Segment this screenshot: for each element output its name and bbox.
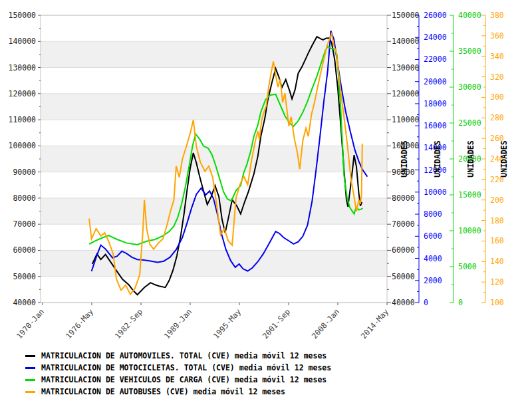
- y-axis-label-carga: 40000: [458, 11, 481, 20]
- legend-swatch-motocicletas: [25, 367, 35, 369]
- x-axis-tick-label: 2008-Jan: [310, 307, 341, 341]
- y-axis-label-motocicletas: 20000: [424, 77, 447, 86]
- y-axis-label-autobuses: 160: [490, 236, 504, 245]
- legend-label-motocicletas: MATRICULACION DE MOTOCICLETAS. TOTAL (CV…: [41, 363, 331, 372]
- y-axis-label-automoviles: 60000: [392, 245, 415, 255]
- y-axis-label-automoviles: 50000: [392, 272, 415, 281]
- y-axis-label-autobuses: 200: [490, 196, 504, 205]
- x-axis-tick-label: 1982-Sep: [113, 307, 145, 341]
- legend-swatch-carga: [25, 379, 35, 381]
- x-axis-tick-label: 2014-May: [359, 307, 391, 341]
- y-axis-label-autobuses: 180: [490, 216, 504, 225]
- y-axis-left-label: 120000: [8, 89, 36, 98]
- y-axis-label-automoviles: 120000: [392, 89, 420, 98]
- y-axis-left-label: 130000: [8, 63, 36, 72]
- legend-label-autobuses: MATRICULACION DE AUTOBUSES (CVE) media m…: [41, 387, 285, 396]
- x-axis-tick-label: 1970-Jan: [15, 307, 46, 341]
- y-axis-label-autobuses: 380: [490, 11, 504, 20]
- y-axis-label-automoviles: 70000: [392, 219, 415, 229]
- legend-swatch-automoviles: [25, 355, 35, 357]
- y-axis-label-autobuses: 140: [490, 257, 504, 266]
- y-axis-label-motocicletas: 18000: [424, 99, 447, 108]
- chart-canvas: 1500001400001300001200001100001000009000…: [0, 0, 532, 399]
- y-axis-label-automoviles: 140000: [392, 37, 420, 46]
- y-axis-label-autobuses: 340: [490, 52, 504, 61]
- y-axis-left-label: 40000: [13, 298, 36, 307]
- y-axis-left-label: 60000: [13, 245, 36, 255]
- y-axis-left-label: 70000: [13, 219, 36, 229]
- y-axis-label-motocicletas: 22000: [424, 55, 447, 64]
- y-axis-label-autobuses: 100: [490, 298, 504, 307]
- y-axis-label-autobuses: 120: [490, 277, 504, 287]
- y-axis-label-motocicletas: 16000: [424, 121, 447, 130]
- x-axis-tick-label: 2001-Sep: [261, 307, 293, 341]
- y-axis-left-label: 100000: [8, 141, 36, 150]
- x-axis-tick-label: 1995-May: [211, 307, 243, 341]
- y-axis-label-autobuses: 300: [490, 92, 504, 102]
- y-axis-label-carga: 35000: [458, 47, 481, 56]
- unidades-label-autobuses: UNIDADES: [499, 140, 509, 177]
- y-axis-label-motocicletas: 24000: [424, 33, 447, 42]
- legend-item: MATRICULACION DE VEHICULOS DE CARGA (CVE…: [25, 374, 331, 386]
- y-axis-label-carga: 25000: [458, 118, 481, 128]
- legend-label-carga: MATRICULACION DE VEHICULOS DE CARGA (CVE…: [41, 375, 327, 384]
- y-axis-label-autobuses: 320: [490, 72, 504, 82]
- unidades-label-motocicletas: UNIDADES: [433, 140, 442, 177]
- y-axis-left-label: 90000: [13, 168, 36, 177]
- unidades-label-automoviles: UNIDADES: [400, 140, 409, 177]
- legend-item: MATRICULACION DE AUTOBUSES (CVE) media m…: [25, 386, 331, 398]
- y-axis-label-automoviles: 110000: [392, 115, 420, 124]
- y-axis-label-motocicletas: 2000: [424, 276, 442, 285]
- y-axis-left-label: 80000: [13, 194, 36, 203]
- y-axis-label-carga: 5000: [458, 262, 477, 271]
- y-axis-label-automoviles: 80000: [392, 194, 415, 203]
- y-axis-label-autobuses: 280: [490, 113, 504, 122]
- y-axis-label-motocicletas: 6000: [424, 231, 442, 241]
- unidades-label-carga: UNIDADES: [466, 140, 475, 177]
- plot-band: [41, 94, 387, 120]
- legend-item: MATRICULACION DE MOTOCICLETAS. TOTAL (CV…: [25, 362, 331, 374]
- y-axis-label-automoviles: 40000: [392, 298, 415, 307]
- chart-legend: MATRICULACION DE AUTOMOVILES. TOTAL (CVE…: [25, 350, 331, 398]
- registrations-chart-page: 1500001400001300001200001100001000009000…: [0, 0, 532, 399]
- y-axis-label-carga: 15000: [458, 190, 481, 200]
- x-axis-tick-label: 1976-May: [64, 307, 96, 341]
- y-axis-left-label: 110000: [8, 115, 36, 124]
- y-axis-label-carga: 0: [458, 298, 463, 307]
- y-axis-label-carga: 10000: [458, 226, 481, 235]
- y-axis-label-automoviles: 130000: [392, 63, 420, 72]
- y-axis-label-motocicletas: 0: [424, 298, 428, 307]
- y-axis-label-motocicletas: 8000: [424, 209, 442, 219]
- y-axis-left-label: 140000: [8, 37, 36, 46]
- y-axis-label-motocicletas: 10000: [424, 188, 447, 197]
- y-axis-label-motocicletas: 4000: [424, 254, 442, 263]
- legend-swatch-autobuses: [25, 391, 35, 393]
- y-axis-label-autobuses: 360: [490, 31, 504, 41]
- legend-item: MATRICULACION DE AUTOMOVILES. TOTAL (CVE…: [25, 350, 331, 362]
- legend-label-automoviles: MATRICULACION DE AUTOMOVILES. TOTAL (CVE…: [41, 351, 327, 360]
- y-axis-label-carga: 30000: [458, 82, 481, 92]
- y-axis-label-motocicletas: 26000: [424, 11, 447, 20]
- y-axis-left-label: 150000: [8, 11, 36, 20]
- x-axis-tick-label: 1989-Jan: [162, 307, 194, 341]
- y-axis-left-label: 50000: [13, 272, 36, 281]
